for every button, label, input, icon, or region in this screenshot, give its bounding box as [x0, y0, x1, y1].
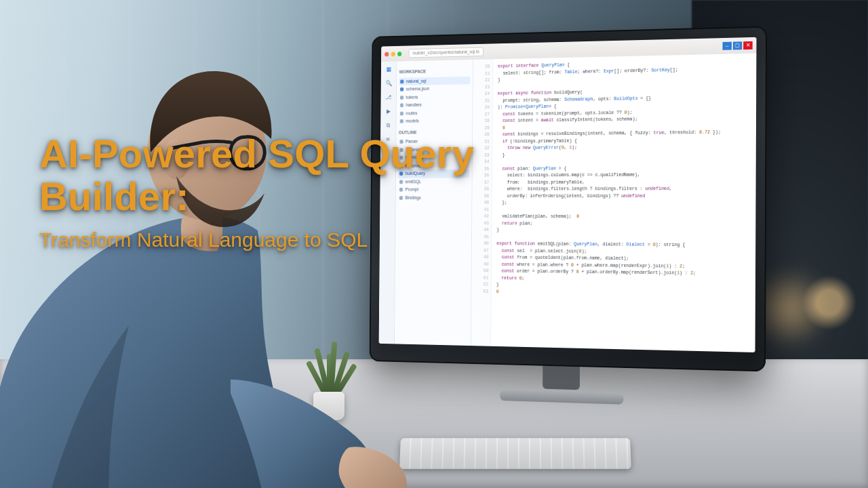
- sidebar-item-label: routes: [406, 110, 417, 117]
- sidebar-item-label: Resolver: [406, 163, 422, 169]
- svg-point-0: [147, 85, 267, 220]
- svg-point-1: [163, 139, 190, 180]
- sidebar-group-outline: OUTLINE: [399, 129, 470, 136]
- sidebar-item-label: models: [406, 118, 419, 125]
- sidebar-item[interactable]: emitSQL: [398, 178, 469, 186]
- win-maximize-icon[interactable]: ▢: [733, 41, 742, 49]
- sidebar-item-label: Bindings: [405, 195, 420, 201]
- sidebar-item-label: handlers: [406, 102, 422, 108]
- code-area[interactable]: export interface QueryPlan { select: str…: [491, 54, 756, 352]
- code-editor[interactable]: 20 21 22 23 24 25 26 27 28 29 30 31 32 3…: [471, 54, 757, 352]
- zoom-icon[interactable]: [397, 52, 401, 56]
- symbol-icon: [399, 180, 403, 184]
- sidebar-item-label: buildQuery: [406, 170, 425, 177]
- symbol-icon: [399, 196, 403, 200]
- file-icon: [400, 96, 403, 100]
- traffic-lights: [384, 52, 401, 56]
- ide: ▦ 🔍 ⎇ ▶ ⧉ ≋ WORKSPACE natural_sql sc: [379, 54, 757, 352]
- search-icon[interactable]: 🔍: [384, 79, 393, 88]
- file-icon: [400, 79, 403, 83]
- symbol-icon: [399, 164, 403, 168]
- database-icon[interactable]: ≋: [384, 136, 392, 144]
- sidebar-item[interactable]: PlanNode: [399, 153, 470, 162]
- sidebar-item-label: schema.json: [406, 85, 429, 93]
- sidebar: WORKSPACE natural_sql schema.json tokens: [395, 60, 473, 346]
- window-controls: – ▢ ✕: [722, 41, 752, 50]
- extensions-icon[interactable]: ⧉: [384, 121, 392, 130]
- file-icon: [400, 87, 403, 92]
- sidebar-item[interactable]: models: [399, 117, 470, 125]
- monitor-screen: builder_v2/src/queries/natural_sql.ts – …: [379, 37, 757, 352]
- minimize-icon[interactable]: [391, 52, 395, 56]
- debug-icon[interactable]: ▶: [384, 107, 393, 116]
- sidebar-item[interactable]: buildQuery: [398, 169, 469, 178]
- sidebar-item-label: Parser: [406, 138, 418, 145]
- sidebar-item-label: natural_sql: [406, 78, 427, 85]
- sidebar-item[interactable]: Parser: [399, 137, 470, 146]
- file-icon: [400, 104, 403, 108]
- sidebar-item-label: Prompt: [406, 186, 419, 193]
- symbol-icon: [399, 140, 403, 144]
- symbol-icon: [399, 172, 403, 176]
- promo-scene: builder_v2/src/queries/natural_sql.ts – …: [0, 0, 868, 488]
- sidebar-group-workspace: WORKSPACE: [399, 68, 471, 76]
- sidebar-item[interactable]: Prompt: [398, 186, 469, 194]
- sidebar-item[interactable]: Bindings: [398, 194, 469, 202]
- sidebar-item-label: tokens: [406, 94, 418, 100]
- sidebar-item[interactable]: handlers: [399, 100, 470, 109]
- branch-icon[interactable]: ⎇: [384, 94, 393, 102]
- line-gutter: 20 21 22 23 24 25 26 27 28 29 30 31 32 3…: [471, 59, 493, 346]
- win-close-icon[interactable]: ✕: [743, 41, 753, 49]
- win-minimize-icon[interactable]: –: [722, 42, 731, 50]
- monitor: builder_v2/src/queries/natural_sql.ts – …: [370, 26, 767, 371]
- headline-subtitle: Transform Natural Language to SQL: [39, 227, 406, 253]
- symbol-icon: [399, 156, 403, 160]
- symbol-icon: [399, 148, 403, 152]
- symbol-icon: [399, 188, 403, 192]
- close-icon[interactable]: [384, 52, 389, 56]
- monitor-stand: [500, 361, 624, 405]
- file-icon: [400, 119, 403, 123]
- sidebar-item-label: Tokenizer: [406, 146, 423, 153]
- sidebar-item[interactable]: Resolver: [398, 161, 469, 169]
- sidebar-item-label: PlanNode: [406, 155, 424, 161]
- explorer-icon[interactable]: ▦: [384, 65, 393, 74]
- file-icon: [400, 111, 403, 115]
- sidebar-item[interactable]: Tokenizer: [399, 145, 470, 154]
- sidebar-item-label: emitSQL: [406, 178, 422, 185]
- keyboard: [399, 438, 631, 469]
- activity-rail: ▦ 🔍 ⎇ ▶ ⧉ ≋: [379, 62, 397, 344]
- path-breadcrumb: builder_v2/src/queries/natural_sql.ts: [409, 47, 484, 58]
